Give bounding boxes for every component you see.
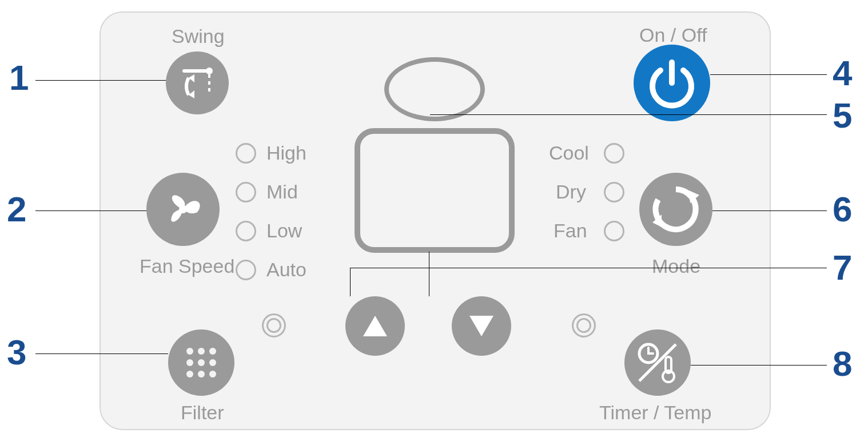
mode-fan-label: Fan xyxy=(554,220,587,242)
fan-auto-indicator xyxy=(236,260,256,280)
svg-point-11 xyxy=(209,359,216,366)
leader-4 xyxy=(710,74,827,75)
leader-3 xyxy=(35,353,168,354)
mode-cool-indicator xyxy=(604,143,624,164)
callout-6: 6 xyxy=(833,189,852,229)
svg-point-12 xyxy=(186,371,193,378)
fan-speed-label: Fan Speed xyxy=(140,255,234,277)
fan-mid-label: Mid xyxy=(266,181,298,203)
onoff-label: On / Off xyxy=(639,24,707,46)
callout-5: 5 xyxy=(833,95,852,136)
filter-label: Filter xyxy=(181,402,224,424)
triangle-down-icon xyxy=(467,313,496,339)
mode-dry-label: Dry xyxy=(556,181,586,203)
leader-7-h xyxy=(350,268,827,268)
callout-3: 3 xyxy=(7,332,26,372)
svg-point-10 xyxy=(198,359,205,366)
fan-auto-label: Auto xyxy=(266,259,306,281)
up-button[interactable] xyxy=(345,296,405,356)
down-button[interactable] xyxy=(452,296,511,356)
power-button[interactable] xyxy=(634,45,710,121)
svg-point-8 xyxy=(209,348,216,355)
fan-low-indicator xyxy=(236,221,256,241)
leader-8 xyxy=(691,365,827,366)
callout-4: 4 xyxy=(833,53,852,93)
svg-marker-2 xyxy=(189,74,194,82)
svg-point-9 xyxy=(186,359,193,366)
svg-marker-15 xyxy=(363,316,387,336)
mode-button[interactable] xyxy=(639,173,712,246)
mode-dry-indicator xyxy=(604,182,624,202)
leader-6 xyxy=(712,210,827,211)
fan-high-indicator xyxy=(236,143,256,164)
svg-point-13 xyxy=(198,371,205,378)
display-window xyxy=(355,128,515,253)
leader-1 xyxy=(35,80,166,81)
filter-icon xyxy=(181,342,222,383)
swing-button[interactable] xyxy=(166,51,229,114)
svg-marker-1 xyxy=(189,90,194,98)
triangle-up-icon xyxy=(361,313,389,339)
callout-8: 8 xyxy=(833,343,852,384)
timer-temp-label: Timer / Temp xyxy=(599,402,711,424)
swing-label: Swing xyxy=(172,25,225,47)
fan-icon xyxy=(157,184,209,235)
timer-temp-icon xyxy=(634,339,682,387)
ir-receiver xyxy=(384,57,485,121)
leader-2 xyxy=(35,210,146,211)
svg-point-7 xyxy=(198,348,205,355)
filter-button[interactable] xyxy=(168,329,234,396)
timer-temp-button[interactable] xyxy=(624,329,691,396)
callout-1: 1 xyxy=(9,57,29,98)
mode-label: Mode xyxy=(652,255,700,277)
mode-cool-label: Cool xyxy=(549,142,589,164)
mode-fan-indicator xyxy=(604,221,624,241)
svg-point-0 xyxy=(206,67,213,74)
svg-marker-16 xyxy=(469,316,493,336)
callout-2: 2 xyxy=(7,189,26,229)
leader-7-v2 xyxy=(429,252,429,296)
svg-point-6 xyxy=(186,348,193,355)
fan-low-label: Low xyxy=(266,220,302,242)
swing-icon xyxy=(177,63,217,103)
leader-7-v1 xyxy=(350,268,351,296)
fan-high-label: High xyxy=(266,142,306,164)
timer-temp-indicator xyxy=(572,313,596,337)
svg-point-14 xyxy=(209,371,216,378)
fan-mid-indicator xyxy=(236,182,256,202)
filter-indicator xyxy=(262,313,286,337)
fan-speed-button[interactable] xyxy=(146,173,220,246)
callout-7: 7 xyxy=(833,247,852,288)
leader-5 xyxy=(430,114,827,115)
cycle-icon xyxy=(649,182,703,236)
power-icon xyxy=(643,54,700,112)
